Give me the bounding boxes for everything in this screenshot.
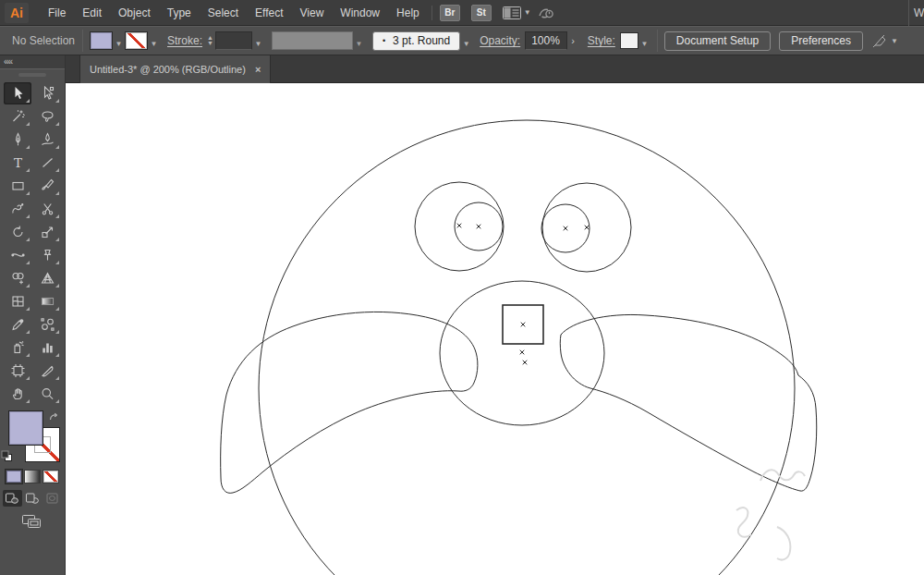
app-logo[interactable]: Ai [5, 3, 29, 23]
menu-item-file[interactable]: File [40, 0, 74, 26]
pen-tool[interactable] [4, 128, 31, 151]
mesh-tool[interactable] [4, 290, 31, 312]
head-circle[interactable] [259, 120, 795, 575]
chevron-down-icon: ▼ [891, 37, 898, 45]
fill-swatch[interactable] [8, 410, 43, 446]
menu-item-select[interactable]: Select [200, 0, 247, 26]
document-setup-button[interactable]: Document Setup [664, 31, 771, 51]
preferences-button[interactable]: Preferences [779, 31, 863, 51]
stroke-dropdown-chevron-icon[interactable]: ▼ [148, 31, 160, 50]
right-eye-inner-center-mark[interactable] [564, 226, 568, 231]
isolate-selected-icon[interactable]: ▼ [871, 34, 898, 48]
pencil-tool[interactable] [4, 198, 31, 220]
menu-item-effect[interactable]: Effect [247, 0, 291, 26]
fill-dropdown-chevron-icon[interactable]: ▼ [113, 31, 125, 50]
paintbrush-tool[interactable] [33, 175, 61, 197]
brush-chevron-icon[interactable]: ▼ [460, 31, 472, 50]
fill-color-swatch[interactable] [90, 31, 113, 50]
gradient-button[interactable] [24, 470, 41, 483]
stock-button[interactable]: St [471, 5, 492, 21]
opacity-field[interactable]: 100% [525, 31, 567, 50]
puppet-warp-tool[interactable] [33, 244, 61, 266]
right-wing-shape[interactable] [560, 314, 817, 491]
left-eye-outer-circle[interactable] [415, 182, 504, 271]
draw-inside-button[interactable] [43, 490, 63, 507]
symbol-sprayer-tool[interactable] [4, 336, 31, 359]
stroke-weight-chevron-icon[interactable]: ▼ [252, 31, 264, 50]
lasso-tool[interactable] [33, 105, 61, 128]
blend-tool[interactable] [33, 313, 61, 336]
muzzle-center-mark[interactable] [520, 350, 525, 355]
selection-tool[interactable] [4, 82, 31, 104]
stroke-label[interactable]: Stroke: [167, 34, 202, 47]
muzzle-circle[interactable] [440, 281, 604, 425]
artboard-tool[interactable] [4, 360, 31, 382]
menu-item-help[interactable]: Help [388, 0, 428, 26]
document-tab[interactable]: Untitled-3* @ 200% (RGB/Outline) × [79, 55, 271, 83]
canvas[interactable] [66, 83, 924, 575]
arrange-documents-icon[interactable]: ▼ [503, 6, 531, 19]
none-button[interactable] [43, 470, 59, 483]
line-segment-tool[interactable] [33, 152, 61, 174]
left-eye-inner-center-mark[interactable] [477, 225, 481, 229]
width-profile-dropdown[interactable] [272, 31, 353, 50]
watermark-squiggle [777, 527, 790, 560]
default-fill-stroke-icon[interactable] [1, 449, 13, 466]
watermark-squiggle [760, 470, 805, 481]
swap-fill-stroke-icon[interactable] [48, 410, 59, 426]
slice-tool[interactable] [33, 360, 61, 382]
left-eye-outer-center-mark[interactable] [457, 224, 462, 228]
stroke-color-swatch[interactable] [125, 31, 148, 50]
width-profile-chevron-icon[interactable]: ▼ [353, 31, 365, 50]
scissors-tool[interactable] [33, 198, 61, 220]
menu-item-view[interactable]: View [292, 0, 333, 26]
curvature-tool[interactable] [33, 128, 61, 151]
right-eye-outer-center-mark[interactable] [585, 226, 590, 230]
style-label[interactable]: Style: [588, 34, 615, 47]
menu-item-object[interactable]: Object [110, 0, 159, 26]
tools-dock: «« T [0, 55, 66, 575]
menu-items: FileEditObjectTypeSelectEffectViewWindow… [40, 0, 428, 26]
eyedropper-tool[interactable] [4, 313, 31, 336]
menu-item-edit[interactable]: Edit [74, 0, 110, 26]
selection-status-label: No Selection [0, 34, 76, 47]
rectangle-tool[interactable] [4, 175, 31, 197]
perspective-grid-tool[interactable] [33, 267, 61, 289]
close-tab-icon[interactable]: × [255, 64, 261, 75]
hand-tool[interactable] [4, 383, 31, 405]
sync-settings-icon[interactable] [537, 6, 555, 20]
stroke-weight-field[interactable] [215, 31, 252, 50]
stroke-weight-stepper[interactable]: ▲▼ [207, 35, 213, 46]
menu-item-window[interactable]: Window [332, 0, 388, 26]
change-screen-mode-button[interactable] [21, 514, 43, 533]
control-bar: No Selection ▼ ▼ Stroke: ▲▼ ▼ ▼ • 3 pt. … [0, 26, 924, 55]
type-tool[interactable]: T [4, 152, 31, 174]
opacity-more-arrow[interactable]: › [571, 35, 575, 46]
shape-builder-tool[interactable] [4, 267, 31, 289]
magic-wand-tool[interactable] [4, 105, 31, 128]
drawing-mode-buttons [0, 490, 65, 507]
rotate-tool[interactable] [4, 221, 31, 243]
collapse-panel-button[interactable]: «« [0, 55, 65, 68]
draw-behind-button[interactable] [23, 490, 43, 507]
menu-item-type[interactable]: Type [159, 0, 200, 26]
direct-selection-tool[interactable] [33, 82, 61, 104]
scale-tool[interactable] [33, 221, 61, 243]
bridge-button[interactable]: Br [440, 5, 460, 21]
fill-stroke-cluster [0, 410, 65, 467]
nose-square-center-mark[interactable] [521, 323, 526, 327]
zoom-tool[interactable] [33, 383, 61, 405]
draw-normal-button[interactable] [3, 490, 22, 507]
panel-grip[interactable] [18, 73, 46, 77]
brush-preview-dot: • [383, 36, 385, 45]
graphic-style-swatch[interactable] [620, 32, 638, 49]
lower-center-mark[interactable] [523, 361, 528, 365]
style-chevron-icon[interactable]: ▼ [638, 31, 650, 50]
color-button[interactable] [6, 470, 22, 483]
gradient-tool[interactable] [33, 290, 61, 312]
opacity-label[interactable]: Opacity: [480, 34, 520, 47]
brush-definition-dropdown[interactable]: • 3 pt. Round [372, 31, 460, 51]
column-graph-tool[interactable] [33, 336, 61, 359]
workspace-switcher-label[interactable]: We [908, 0, 924, 26]
width-tool[interactable] [4, 244, 31, 266]
